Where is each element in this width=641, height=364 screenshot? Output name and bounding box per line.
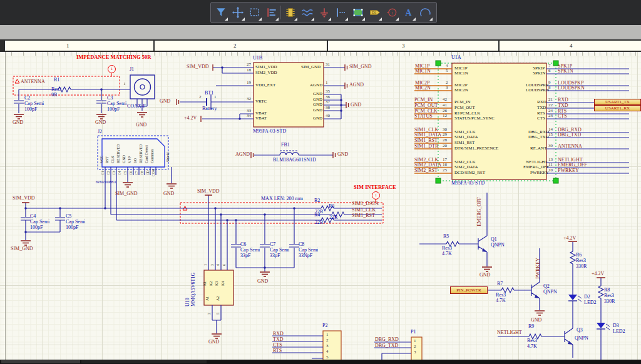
- designator[interactable]: LED2: [584, 300, 597, 305]
- designator[interactable]: QNPN: [575, 335, 588, 341]
- designator[interactable]: 22R: [329, 215, 337, 220]
- designator[interactable]: C7: [270, 241, 275, 247]
- designator[interactable]: C8: [299, 241, 304, 247]
- designator[interactable]: Q2: [543, 283, 550, 289]
- net-label[interactable]: PWRKEY: [535, 258, 541, 279]
- designator[interactable]: R7: [497, 281, 503, 286]
- designator[interactable]: FB1: [281, 142, 290, 148]
- designator[interactable]: Cap Semi: [66, 219, 85, 225]
- designator[interactable]: R4: [314, 212, 320, 218]
- directive-text[interactable]: SIM INTERFACE: [354, 185, 396, 190]
- place-arc-icon[interactable]: [417, 3, 434, 22]
- net-label[interactable]: +4.2V: [563, 235, 576, 241]
- designator[interactable]: Cap Semi: [24, 101, 44, 106]
- net-label[interactable]: SIM1_DATA: [352, 201, 379, 206]
- net-label[interactable]: SIM2_RST: [414, 168, 438, 173]
- port-usart1_rx[interactable]: USART1_RX: [594, 105, 641, 111]
- net-label[interactable]: AGND: [235, 151, 250, 157]
- directive-text[interactable]: IMPEDANCE MATCHING 50R: [76, 54, 151, 60]
- designator[interactable]: J2: [98, 129, 102, 134]
- net-label[interactable]: GND: [531, 317, 541, 323]
- net-label[interactable]: GND: [13, 119, 23, 125]
- designator[interactable]: 22R: [315, 220, 323, 225]
- net-label[interactable]: SIM2_DATA: [414, 162, 441, 168]
- net-label[interactable]: GND: [163, 191, 174, 196]
- designator[interactable]: R9: [528, 323, 534, 329]
- designator[interactable]: M95FA-03-STD: [451, 180, 485, 186]
- designator[interactable]: Cap Semi: [240, 247, 260, 253]
- scrollbar-thumb[interactable]: [1, 360, 80, 363]
- directive-marker[interactable]: 1: [108, 65, 116, 73]
- place-port-icon[interactable]: D1: [366, 3, 383, 22]
- designator[interactable]: Q1: [491, 236, 497, 242]
- net-label[interactable]: PCM_IN: [414, 97, 433, 103]
- net-label[interactable]: GND: [479, 272, 490, 278]
- designator[interactable]: D2: [584, 294, 590, 300]
- net-label[interactable]: DBG_TXD: [375, 343, 398, 348]
- designator[interactable]: C5: [66, 213, 71, 219]
- net-label[interactable]: STATUS: [414, 113, 433, 119]
- net-label[interactable]: MIC2N: [415, 85, 431, 91]
- designator[interactable]: 330R: [576, 263, 587, 269]
- place-power-port-icon[interactable]: [315, 3, 332, 22]
- net-label[interactable]: SIM_GND: [11, 246, 33, 251]
- place-sheet-symbol-icon[interactable]: [349, 3, 366, 22]
- net-label[interactable]: SIM_GND: [115, 191, 138, 196]
- designator[interactable]: COAX-F: [127, 103, 146, 109]
- designator[interactable]: C3: [107, 95, 113, 101]
- net-label[interactable]: EMERG_OFF: [558, 162, 587, 168]
- designator[interactable]: QNPN: [543, 289, 557, 295]
- net-label[interactable]: GND: [136, 122, 146, 128]
- designator[interactable]: U1B: [253, 55, 262, 61]
- net-label[interactable]: PCM_OUT: [414, 103, 438, 108]
- net-label[interactable]: GND: [337, 151, 348, 157]
- designator[interactable]: 4.7K: [496, 298, 506, 303]
- net-label[interactable]: DBG_TXD: [558, 132, 581, 138]
- filter-icon[interactable]: [212, 3, 229, 22]
- designator[interactable]: Cap Semi: [299, 247, 318, 253]
- net-label[interactable]: SIM1_RST: [414, 138, 438, 143]
- designator[interactable]: Cap Semi: [107, 101, 126, 106]
- net-label[interactable]: MIC1N: [415, 68, 431, 74]
- move-icon[interactable]: [229, 3, 246, 22]
- net-label[interactable]: EMERG_OFF: [476, 197, 482, 226]
- designator[interactable]: 100pF: [66, 225, 78, 230]
- designator[interactable]: 4.7K: [442, 251, 452, 256]
- port-usart1_tx[interactable]: USART1_TX: [594, 99, 641, 105]
- net-label[interactable]: RXD: [558, 97, 568, 103]
- designator[interactable]: R5: [443, 233, 449, 239]
- place-text-icon[interactable]: A: [400, 3, 417, 22]
- horizontal-scrollbar[interactable]: [0, 360, 641, 364]
- net-label[interactable]: +4.2V: [592, 271, 604, 276]
- net-label[interactable]: GND: [208, 339, 219, 345]
- net-label[interactable]: RXD: [273, 331, 284, 336]
- net-label[interactable]: GND: [160, 98, 170, 104]
- designator[interactable]: Res3: [527, 338, 537, 343]
- note-text[interactable]: MAX LEN: 200 mm: [261, 196, 303, 201]
- designator[interactable]: Q3: [577, 327, 583, 333]
- designator[interactable]: R1: [54, 77, 59, 83]
- net-label[interactable]: RTS: [273, 348, 282, 353]
- net-label[interactable]: GND: [257, 278, 268, 284]
- designator[interactable]: D3: [613, 323, 619, 328]
- designator[interactable]: Cap Semi: [30, 219, 49, 225]
- net-label[interactable]: SIM1_DATA: [414, 132, 441, 138]
- designator[interactable]: J1: [130, 66, 134, 72]
- designator[interactable]: Res3: [604, 293, 614, 298]
- net-label[interactable]: SIM_VDD: [13, 195, 35, 201]
- place-no-erc-icon[interactable]: i: [383, 3, 400, 22]
- designator[interactable]: BT1: [205, 90, 213, 96]
- net-label[interactable]: SIM1_CLK: [352, 207, 376, 213]
- designator[interactable]: 33pF: [240, 253, 250, 258]
- designator[interactable]: R6: [576, 252, 582, 258]
- designator[interactable]: U1A: [451, 54, 461, 60]
- designator[interactable]: 33pF: [270, 253, 280, 258]
- net-label[interactable]: SIM_VDD: [197, 188, 220, 194]
- designator[interactable]: 100pF: [107, 106, 120, 112]
- designator[interactable]: U10: [185, 298, 190, 306]
- net-label[interactable]: CTS: [558, 113, 567, 119]
- designator[interactable]: Res3: [496, 292, 506, 298]
- net-label[interactable]: GND: [351, 102, 361, 108]
- net-label[interactable]: AGND: [349, 82, 364, 88]
- part-number[interactable]: 693021008811: [96, 180, 116, 184]
